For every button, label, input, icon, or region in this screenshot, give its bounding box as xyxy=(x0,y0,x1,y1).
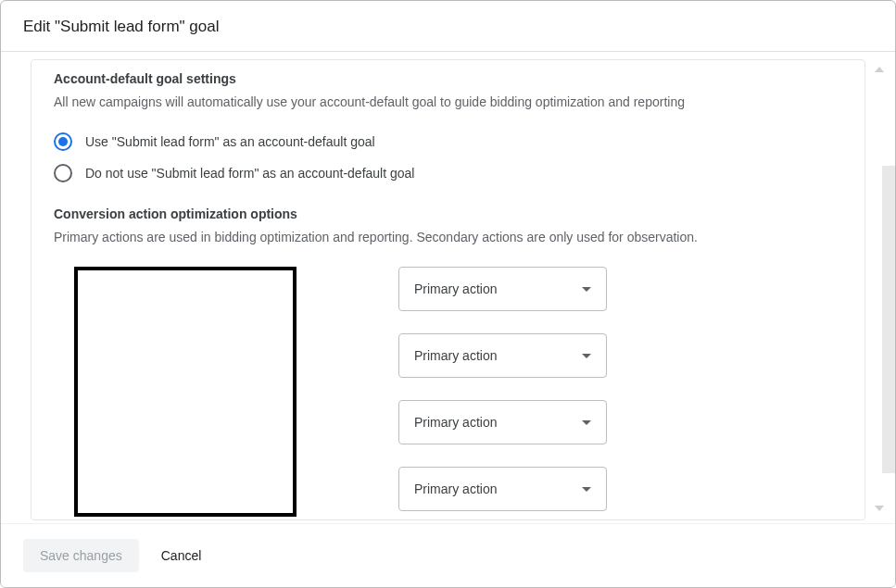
scroll-up-arrow-icon[interactable] xyxy=(875,67,884,72)
dropdown-value: Primary action xyxy=(414,348,497,363)
save-changes-button[interactable]: Save changes xyxy=(23,539,139,572)
dialog-body-wrapper: Account-default goal settings All new ca… xyxy=(1,52,895,524)
dropdown-value: Primary action xyxy=(414,415,497,430)
cancel-button[interactable]: Cancel xyxy=(161,548,202,563)
section-account-default-description: All new campaigns will automatically use… xyxy=(54,94,842,112)
dialog-footer: Save changes Cancel xyxy=(1,523,895,587)
conversion-actions-area: Primary action Primary action Primary ac… xyxy=(54,267,842,517)
action-type-dropdown[interactable]: Primary action xyxy=(398,267,607,311)
action-type-dropdown[interactable]: Primary action xyxy=(398,333,607,378)
dialog-body: Account-default goal settings All new ca… xyxy=(31,59,865,520)
action-type-dropdown[interactable]: Primary action xyxy=(398,467,607,511)
redacted-content-block xyxy=(74,267,297,517)
radio-option-use-default[interactable]: Use "Submit lead form" as an account-def… xyxy=(54,132,842,151)
chevron-down-icon xyxy=(582,487,591,492)
section-conversion-optimization: Conversion action optimization options P… xyxy=(54,206,842,518)
section-account-default-heading: Account-default goal settings xyxy=(54,71,842,86)
action-type-dropdown[interactable]: Primary action xyxy=(398,400,607,444)
section-conversion-heading: Conversion action optimization options xyxy=(54,206,842,221)
chevron-down-icon xyxy=(582,420,591,425)
scroll-down-arrow-icon[interactable] xyxy=(875,506,884,511)
radio-selected-icon xyxy=(54,132,72,151)
dropdown-value: Primary action xyxy=(414,281,497,296)
dialog-header: Edit "Submit lead form" goal xyxy=(1,1,895,52)
radio-option-do-not-use-default[interactable]: Do not use "Submit lead form" as an acco… xyxy=(54,164,842,182)
chevron-down-icon xyxy=(582,354,591,358)
section-conversion-description: Primary actions are used in bidding opti… xyxy=(54,229,842,247)
radio-dot-icon xyxy=(58,137,68,146)
radio-label: Do not use "Submit lead form" as an acco… xyxy=(85,166,414,181)
dropdown-value: Primary action xyxy=(414,482,497,496)
radio-label: Use "Submit lead form" as an account-def… xyxy=(85,134,375,149)
radio-unselected-icon xyxy=(54,164,72,182)
chevron-down-icon xyxy=(582,287,591,292)
dialog-title: Edit "Submit lead form" goal xyxy=(23,18,873,36)
dropdown-column: Primary action Primary action Primary ac… xyxy=(398,267,607,517)
